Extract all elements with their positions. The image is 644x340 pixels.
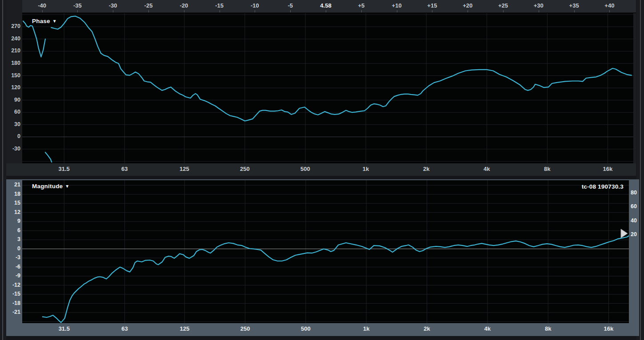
ruler-tick-mark bbox=[255, 10, 255, 12]
coherence-tick-label: 20 bbox=[628, 231, 640, 237]
magnitude-title-label: Magnitude bbox=[32, 183, 63, 190]
ruler-tick-mark bbox=[539, 10, 539, 12]
left-window-gutter bbox=[0, 0, 6, 340]
phase-title-label: Phase bbox=[32, 18, 50, 24]
magnitude-y-tick-label: 18 bbox=[6, 191, 20, 197]
magnitude-x-tick-label: 31.5 bbox=[48, 325, 80, 332]
phase-x-tick-label: 1k bbox=[350, 166, 381, 172]
ruler-tick-label: +15 bbox=[419, 2, 445, 9]
ruler-tick-label: -25 bbox=[135, 2, 162, 9]
ruler-tick-label: -20 bbox=[171, 2, 197, 9]
phase-x-tick-label: 31.5 bbox=[48, 166, 80, 172]
ruler-tick-label: -5 bbox=[277, 2, 304, 9]
phase-x-tick-label: 4k bbox=[471, 166, 502, 172]
coherence-tick-label: 60 bbox=[628, 203, 640, 210]
coherence-threshold-arrow-icon[interactable] bbox=[620, 229, 628, 238]
delay-tracking-ruler[interactable]: -40-35-30-25-20-15-10-54.58+5+10+15+20+2… bbox=[22, 0, 636, 13]
magnitude-y-tick-label: 6 bbox=[6, 227, 20, 233]
right-window-edge[interactable] bbox=[640, 0, 641, 340]
magnitude-x-tick-label: 2k bbox=[412, 325, 443, 332]
ruler-tick-label: -10 bbox=[241, 2, 268, 9]
ruler-tick-mark bbox=[397, 10, 397, 12]
phase-y-tick-label: 240 bbox=[6, 36, 20, 42]
magnitude-y-tick-label: -6 bbox=[6, 264, 20, 270]
ruler-tick-mark bbox=[113, 10, 113, 12]
ruler-tick-mark bbox=[609, 10, 610, 12]
phase-pane: -40-35-30-25-20-15-10-54.58+5+10+15+20+2… bbox=[6, 0, 636, 176]
phase-y-tick-label: 90 bbox=[6, 97, 20, 103]
phase-chart bbox=[22, 13, 633, 163]
ruler-tick-label: +5 bbox=[348, 2, 375, 9]
ruler-tick-mark bbox=[468, 10, 468, 12]
ruler-tick-label: -35 bbox=[64, 2, 91, 9]
chevron-down-icon: ▼ bbox=[52, 19, 57, 24]
magnitude-y-tick-label: -21 bbox=[6, 309, 20, 315]
magnitude-frequency-axis: 31.5631252505001k2k4k8k16k bbox=[6, 323, 639, 336]
phase-x-tick-label: 16k bbox=[592, 166, 623, 172]
phase-y-tick-label: -30 bbox=[6, 146, 20, 152]
ruler-tick-mark bbox=[574, 10, 575, 12]
coherence-tick-label: 40 bbox=[628, 217, 640, 224]
phase-x-tick-label: 8k bbox=[532, 166, 563, 172]
magnitude-pane: Magnitude▼ tc-08 190730.3 31.56312525050… bbox=[6, 179, 639, 336]
ruler-tick-label: +10 bbox=[384, 2, 410, 9]
magnitude-chart bbox=[22, 180, 629, 323]
ruler-tick-mark bbox=[42, 10, 43, 12]
ruler-tick-mark bbox=[326, 10, 326, 12]
trace-name-label: tc-08 190730.3 bbox=[582, 183, 624, 190]
ruler-tick-mark bbox=[184, 10, 184, 12]
coherence-tick-label: 80 bbox=[628, 190, 640, 196]
magnitude-y-tick-label: -3 bbox=[6, 254, 20, 261]
magnitude-title-button[interactable]: Magnitude▼ bbox=[32, 183, 69, 190]
phase-y-tick-label: 270 bbox=[6, 23, 20, 29]
phase-y-tick-label: 60 bbox=[6, 109, 20, 115]
phase-y-tick-label: 30 bbox=[6, 121, 20, 127]
phase-y-tick-label: 0 bbox=[6, 133, 20, 139]
ruler-tick-label: -15 bbox=[206, 2, 233, 9]
magnitude-x-tick-label: 8k bbox=[532, 325, 564, 332]
magnitude-y-tick-label: 3 bbox=[6, 236, 20, 242]
phase-x-tick-label: 500 bbox=[290, 166, 321, 172]
phase-y-tick-label: 210 bbox=[6, 47, 20, 54]
magnitude-y-tick-label: -18 bbox=[6, 300, 20, 306]
phase-title-button[interactable]: Phase▼ bbox=[32, 18, 57, 24]
magnitude-y-tick-label: -9 bbox=[6, 273, 20, 279]
magnitude-x-tick-label: 4k bbox=[472, 325, 503, 332]
phase-x-tick-label: 250 bbox=[229, 166, 260, 172]
phase-y-tick-label: 150 bbox=[6, 72, 20, 79]
ruler-tick-mark bbox=[361, 10, 362, 12]
magnitude-y-tick-label: 12 bbox=[6, 209, 20, 215]
ruler-tick-label: +25 bbox=[490, 2, 516, 9]
ruler-tick-mark bbox=[290, 10, 291, 12]
magnitude-x-tick-label: 1k bbox=[351, 325, 382, 332]
phase-plot-area[interactable]: Phase▼ bbox=[22, 13, 633, 163]
magnitude-x-tick-label: 63 bbox=[109, 325, 140, 332]
phase-y-tick-label: 180 bbox=[6, 60, 20, 66]
magnitude-x-tick-label: 250 bbox=[230, 325, 261, 332]
ruler-tick-label: +30 bbox=[525, 2, 552, 9]
ruler-tick-label: -40 bbox=[29, 2, 56, 9]
phase-frequency-axis: 31.5631252505001k2k4k8k16k bbox=[6, 163, 636, 176]
ruler-tick-label: +40 bbox=[596, 2, 623, 9]
magnitude-y-tick-label: -15 bbox=[6, 291, 20, 297]
analyzer-window: -40-35-30-25-20-15-10-54.58+5+10+15+20+2… bbox=[0, 0, 644, 340]
magnitude-x-tick-label: 125 bbox=[169, 325, 200, 332]
ruler-tick-mark bbox=[432, 10, 432, 12]
magnitude-y-tick-label: 0 bbox=[6, 245, 20, 252]
left-window-edge[interactable] bbox=[2, 0, 3, 340]
ruler-tick-mark bbox=[220, 10, 220, 12]
chevron-down-icon: ▼ bbox=[65, 184, 69, 189]
ruler-tick-mark bbox=[503, 10, 504, 12]
ruler-current-value: 4.58 bbox=[312, 2, 339, 9]
ruler-tick-mark bbox=[77, 10, 78, 12]
magnitude-plot-area[interactable]: Magnitude▼ tc-08 190730.3 bbox=[22, 180, 629, 323]
phase-x-tick-label: 125 bbox=[169, 166, 200, 172]
ruler-tick-mark bbox=[148, 10, 149, 12]
ruler-tick-label: +35 bbox=[561, 2, 588, 9]
magnitude-x-tick-label: 500 bbox=[290, 325, 321, 332]
phase-x-tick-label: 63 bbox=[109, 166, 140, 172]
magnitude-y-tick-label: 21 bbox=[6, 182, 20, 188]
phase-x-tick-label: 2k bbox=[411, 166, 442, 172]
magnitude-y-tick-label: 9 bbox=[6, 218, 20, 224]
magnitude-y-tick-label: 15 bbox=[6, 200, 20, 206]
